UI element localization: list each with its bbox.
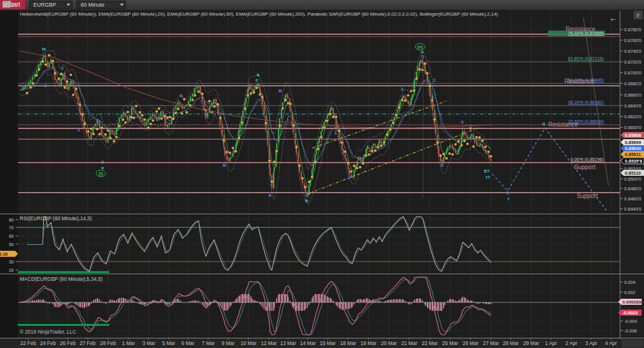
fib-level-label[interactable]: 61.80% (0.87215)	[568, 56, 604, 61]
price-tick-label: 0.8500'0	[624, 176, 642, 182]
price-tag-text: 0.85699	[625, 140, 641, 145]
interval-select[interactable]: 60 Minute	[76, 1, 126, 9]
date-label: 12 Mar	[261, 340, 277, 346]
macd-tick-label: 0.004	[624, 280, 636, 285]
copyright-label: © 2019 NinjaTrader, LLC	[20, 329, 76, 335]
wave-label: A	[268, 193, 272, 198]
data-series-icon[interactable]	[2, 0, 11, 8]
wave-label: C	[305, 193, 308, 198]
price-tick-label: 0.8480'0	[624, 186, 642, 191]
wave-label: 2	[61, 65, 64, 71]
macd-value-tag-text: 0.0000834	[622, 299, 644, 305]
chevron-down-icon	[120, 4, 124, 6]
macd-tick-label: 0.002	[624, 290, 636, 295]
fib-level-label[interactable]: 38.20% (0.86482)	[568, 100, 604, 105]
wave-label: 4	[96, 118, 99, 123]
macd-tick-label: -0.006	[624, 328, 637, 334]
wave-label: 5	[101, 160, 104, 165]
price-tag-text: 0.85110	[625, 170, 641, 176]
wave-label: v	[101, 165, 104, 170]
wave-label: 3	[441, 163, 444, 168]
back-arrow-button[interactable]: ←	[609, 13, 618, 23]
price-tick-label: 0.8660'0	[624, 92, 642, 98]
price-tick-label: 0.8620'0	[624, 114, 642, 119]
price-tick-label: 0.8720'0	[624, 59, 642, 65]
price-tick-label: 0.8640'0	[624, 103, 642, 109]
date-label: 29 Mar	[523, 340, 540, 346]
rsi-panel-label: RSI(EURGBP (60 Minute),14,3)	[20, 215, 92, 221]
interval-value: 60 Minute	[80, 2, 116, 8]
price-tick-label: 0.8600'0	[624, 125, 642, 130]
price-tick-label: 0.8700'0	[624, 70, 642, 76]
date-label: 1 Mar	[122, 340, 135, 346]
chevron-down-icon	[67, 4, 70, 6]
wave-label: 5	[507, 190, 510, 196]
rsi-tick-label: 60	[9, 233, 14, 239]
chart-canvas[interactable]: 0.8780'00.8760'00.8740'00.8720'00.8700'0…	[0, 0, 644, 348]
date-label: 24 Feb	[40, 340, 56, 346]
rsi-tick-label: 70	[9, 225, 14, 230]
support-label: Support	[574, 164, 595, 170]
wave-label: a	[257, 72, 260, 77]
date-label: 26 Feb	[60, 340, 76, 346]
date-label: 15 Mar	[320, 340, 336, 346]
price-tick-label: 0.8460'0	[624, 196, 642, 202]
wave-label: i?	[486, 175, 490, 180]
date-label: 7 Mar	[202, 340, 215, 346]
date-label: 22 Mar	[422, 340, 438, 346]
left-margin	[0, 11, 18, 338]
wave-label: 2	[433, 77, 436, 83]
instrument-select[interactable]: EURGBP	[29, 1, 73, 9]
date-label: 26 Mar	[463, 340, 479, 346]
date-label: 27 Feb	[80, 340, 96, 346]
toolbar: Chart EURGBP 60 Minute	[0, 0, 644, 10]
fixed-scale-label[interactable]: F	[637, 13, 640, 19]
date-label: 14 Mar	[300, 340, 316, 346]
price-tag-text: 0.8535'8	[625, 158, 642, 164]
wave-label: B	[223, 163, 226, 168]
wave-label: c	[256, 77, 259, 83]
wave-label: 1	[432, 94, 435, 100]
price-tick-label: 0.8780'0	[624, 27, 642, 32]
macd-panel-label: MACD(EURGBP (60 Minute),5,34,5)	[20, 276, 103, 282]
resistance-label: Resistance	[549, 121, 579, 128]
wave-label: 2	[348, 175, 351, 180]
wave-label: (i)	[98, 171, 103, 176]
date-label: 28 Mar	[503, 340, 519, 346]
price-tick-label: 0.8680'0	[624, 81, 642, 86]
date-label: 28 Feb	[100, 340, 116, 346]
date-label: 10 Mar	[241, 340, 257, 346]
wave-label: 3	[77, 127, 80, 133]
date-label: 22 Feb	[20, 340, 37, 346]
wave-label: iv	[42, 46, 46, 52]
date-label: 25 Mar	[442, 340, 459, 346]
resistance-label: Resistance	[566, 26, 596, 32]
wave-label: b	[305, 198, 308, 203]
date-label: 21 Mar	[402, 340, 418, 346]
rsi-tick-label: 20	[9, 268, 14, 273]
price-tag-text: 0.85808	[625, 133, 641, 138]
rsi-tick-label: 80	[9, 217, 14, 223]
wave-label: ii	[543, 121, 545, 127]
date-label: 6 Mar	[181, 340, 194, 346]
macd-value-tag-text: -0.0023	[622, 310, 637, 316]
fib-level-label[interactable]: 0.00% (0.85296)	[571, 157, 604, 162]
ninjatrader-window: Chart EURGBP 60 Minute	[0, 0, 644, 348]
date-label: 13 Mar	[280, 340, 296, 346]
wave-label: 1	[44, 83, 47, 88]
rsi-value-tag-text: 38.28	[0, 251, 8, 257]
wave-label: 5?	[484, 169, 489, 174]
wave-label: 4	[461, 119, 464, 125]
date-label: 3 Apr	[585, 340, 597, 346]
date-label: 19 Mar	[361, 340, 377, 346]
date-label: 20 Mar	[381, 340, 397, 346]
date-label: 5 Mar	[162, 340, 175, 346]
instrument-value: EURGBP	[33, 2, 63, 8]
wave-label: i	[508, 196, 509, 202]
date-label: 1 Apr	[545, 340, 557, 346]
rsi-highlight-bar	[18, 271, 109, 273]
rsi-tick-label: 30	[9, 259, 14, 265]
price-tick-label: 0.8740'0	[624, 49, 642, 54]
price-tick-label: 0.8760'0	[624, 38, 642, 43]
rsi-tick-label: 50	[9, 242, 14, 247]
